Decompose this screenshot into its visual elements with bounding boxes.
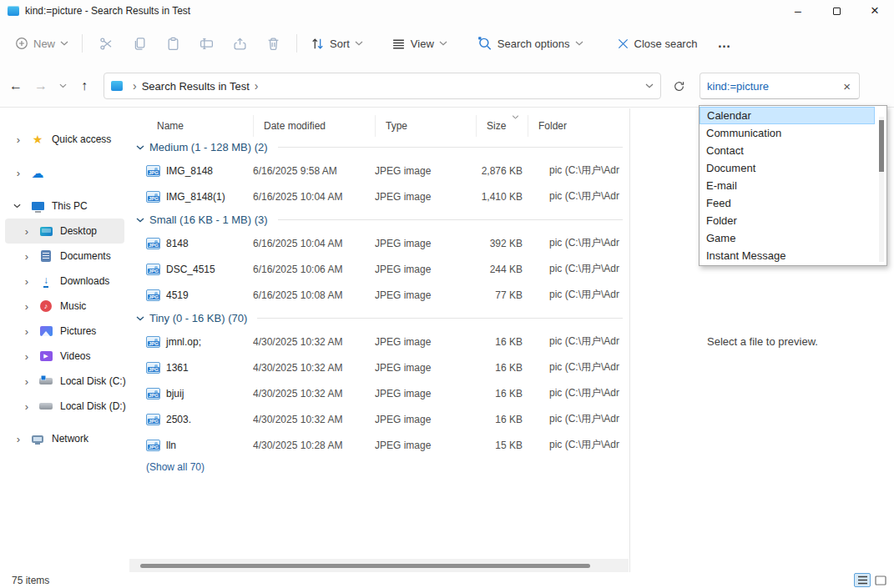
share-button[interactable]: [223, 29, 256, 58]
dropdown-item-feed[interactable]: Feed: [700, 194, 875, 212]
delete-button[interactable]: [256, 29, 290, 58]
expand-chevron-icon[interactable]: ›: [13, 433, 23, 445]
expand-chevron-icon[interactable]: ›: [22, 250, 32, 263]
new-button[interactable]: New: [8, 32, 75, 55]
collapse-chevron-icon[interactable]: [13, 204, 23, 209]
breadcrumb[interactable]: Search Results in Test: [142, 80, 250, 93]
rename-button[interactable]: [189, 29, 223, 58]
recent-locations-button[interactable]: [53, 73, 72, 98]
maximize-button[interactable]: [817, 0, 856, 22]
dropdown-scrollbar-thumb[interactable]: [879, 120, 884, 172]
expand-chevron-icon[interactable]: ›: [22, 300, 32, 313]
details-view-icon: [857, 575, 868, 585]
file-row[interactable]: 8148 6/16/2025 10:04 AM JPEG image 392 K…: [129, 230, 629, 256]
file-name: 2503.: [166, 414, 191, 425]
thumbnail-view-button[interactable]: [872, 573, 889, 587]
sidebar-item-local-disk-c[interactable]: › Local Disk (C:): [5, 369, 124, 394]
group-header-medium[interactable]: Medium (1 - 128 MB) (2): [129, 137, 629, 158]
expand-chevron-icon[interactable]: ›: [22, 275, 32, 288]
file-type: JPEG image: [375, 362, 476, 374]
minimize-button[interactable]: –: [779, 0, 817, 22]
expand-chevron-icon[interactable]: ›: [22, 350, 32, 363]
dropdown-item-communication[interactable]: Communication: [700, 124, 875, 142]
group-collapse-icon[interactable]: [136, 145, 144, 150]
expand-chevron-icon[interactable]: ›: [22, 325, 32, 338]
sidebar-item-documents[interactable]: › Documents: [5, 244, 124, 269]
sidebar-item-videos[interactable]: › ▶ Videos: [5, 344, 124, 369]
file-folder: pic (C:\用户\Adr: [528, 386, 629, 400]
file-row[interactable]: 4519 6/16/2025 10:08 AM JPEG image 77 KB…: [129, 282, 629, 308]
sidebar-item-onedrive[interactable]: › ☁: [5, 160, 124, 185]
view-button[interactable]: View: [385, 32, 454, 56]
paste-button[interactable]: [156, 29, 189, 58]
file-row[interactable]: 1361 4/30/2025 10:32 AM JPEG image 16 KB…: [129, 354, 629, 380]
file-row[interactable]: 2503. 4/30/2025 10:32 AM JPEG image 16 K…: [129, 406, 629, 432]
dropdown-scrollbar[interactable]: [879, 117, 884, 262]
refresh-button[interactable]: [664, 73, 693, 98]
sidebar-item-music[interactable]: › ♪ Music: [5, 294, 124, 319]
address-bar[interactable]: › Search Results in Test ›: [104, 73, 661, 99]
file-row[interactable]: jmnl.op; 4/30/2025 10:32 AM JPEG image 1…: [129, 329, 629, 354]
dropdown-item-folder[interactable]: Folder: [700, 212, 875, 229]
clear-search-button[interactable]: ×: [841, 79, 852, 93]
expand-chevron-icon[interactable]: ›: [22, 225, 32, 238]
file-row[interactable]: IMG_8148 6/16/2025 9:58 AM JPEG image 2,…: [129, 158, 629, 183]
column-header-folder[interactable]: Folder: [528, 115, 629, 137]
sidebar: › ★ Quick access › ☁ This PC › Desktop ›…: [0, 108, 129, 572]
sidebar-item-local-disk-d[interactable]: › Local Disk (D:): [5, 394, 124, 419]
column-header-type[interactable]: Type: [375, 115, 476, 137]
sidebar-item-network[interactable]: › Network: [5, 426, 124, 451]
expand-chevron-icon[interactable]: ›: [13, 167, 23, 179]
dropdown-item-contact[interactable]: Contact: [700, 142, 875, 159]
search-options-button[interactable]: Search options: [471, 31, 590, 56]
search-input[interactable]: [707, 80, 841, 93]
horizontal-scrollbar[interactable]: [129, 559, 629, 572]
up-button[interactable]: ↑: [72, 73, 97, 98]
expand-chevron-icon[interactable]: ›: [22, 375, 32, 388]
column-header-date-modified[interactable]: Date modified: [253, 115, 375, 137]
forward-button[interactable]: →: [28, 73, 53, 98]
address-dropdown-icon[interactable]: [645, 83, 654, 88]
sidebar-item-downloads[interactable]: › ↓ Downloads: [5, 269, 124, 294]
jpeg-file-icon: [146, 414, 160, 425]
back-button[interactable]: ←: [3, 73, 28, 98]
file-folder: pic (C:\用户\Adr: [528, 163, 629, 178]
dropdown-item-calendar[interactable]: Calendar: [700, 107, 875, 124]
group-header-tiny[interactable]: Tiny (0 - 16 KB) (70): [129, 308, 629, 329]
group-collapse-icon[interactable]: [136, 218, 144, 223]
dropdown-item-document[interactable]: Document: [700, 159, 875, 177]
cut-button[interactable]: [89, 29, 123, 58]
group-header-small[interactable]: Small (16 KB - 1 MB) (3): [129, 209, 629, 230]
file-size: 392 KB: [476, 238, 528, 249]
more-options-button[interactable]: …: [709, 36, 740, 51]
column-header-size[interactable]: Size: [476, 115, 528, 137]
network-icon: [32, 435, 43, 443]
breadcrumb-chevron-icon[interactable]: ›: [250, 79, 264, 93]
column-header-name[interactable]: Name: [129, 115, 253, 137]
expand-chevron-icon[interactable]: ›: [22, 400, 32, 413]
horizontal-scrollbar-thumb[interactable]: [140, 564, 590, 568]
dropdown-item-email[interactable]: E-mail: [700, 177, 875, 194]
group-collapse-icon[interactable]: [136, 316, 144, 321]
sort-button[interactable]: Sort: [304, 32, 370, 56]
file-row[interactable]: DSC_4515 6/16/2025 10:06 AM JPEG image 2…: [129, 256, 629, 282]
copy-button[interactable]: [123, 29, 156, 58]
sidebar-item-pictures[interactable]: › Pictures: [5, 319, 124, 344]
close-button[interactable]: ×: [856, 0, 894, 22]
sidebar-item-label: Desktop: [60, 225, 97, 237]
details-view-button[interactable]: [854, 573, 871, 587]
dropdown-item-game[interactable]: Game: [700, 229, 875, 247]
item-count: 75 items: [0, 575, 49, 586]
sidebar-item-quick-access[interactable]: › ★ Quick access: [5, 127, 124, 152]
file-row[interactable]: bjuij 4/30/2025 10:32 AM JPEG image 16 K…: [129, 380, 629, 406]
sidebar-item-desktop[interactable]: › Desktop: [5, 219, 124, 244]
sidebar-item-this-pc[interactable]: This PC: [5, 193, 124, 219]
show-all-link[interactable]: (Show all 70): [129, 458, 629, 473]
file-row[interactable]: lln 4/30/2025 10:28 AM JPEG image 15 KB …: [129, 432, 629, 458]
share-icon: [233, 37, 247, 51]
dropdown-item-instant-message[interactable]: Instant Message: [700, 247, 875, 264]
expand-chevron-icon[interactable]: ›: [13, 133, 23, 146]
close-search-button[interactable]: Close search: [610, 33, 705, 55]
file-date: 4/30/2025 10:32 AM: [253, 336, 375, 348]
file-row[interactable]: IMG_8148(1) 6/16/2025 10:04 AM JPEG imag…: [129, 183, 629, 209]
